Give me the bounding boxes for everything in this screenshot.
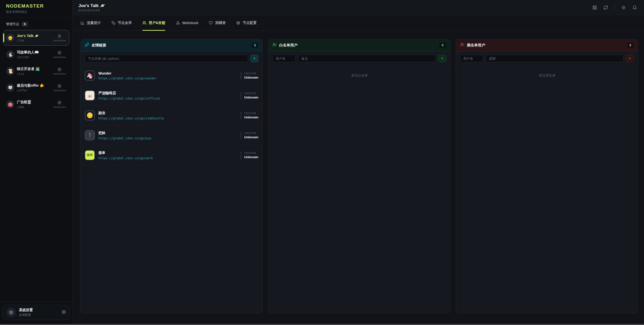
link-url[interactable]: https://global.v2ex.co/go/work [98,156,153,160]
webhook-icon [176,21,180,25]
links-count-badge: 5 [252,43,258,48]
tab-node-config[interactable]: 节点配置 [236,15,257,30]
node-slug: /isv [17,72,40,76]
link-url[interactable]: https://global.v2ex.co/go/sidehustle [98,117,164,120]
coins-icon [111,21,115,25]
creator-value: Unknown [244,136,258,139]
link-name: 把妹 [98,131,151,135]
node-title: 写故事的人📖 [17,50,39,55]
owner-name: JoeJoeJoe [53,39,66,42]
link-row[interactable]: 🕴 把妹 https://global.v2ex.co/go/pua CREAT… [81,125,262,145]
content-grid: 友情链接 5 + 🦄 Wunder https://global.v2ex.co… [72,31,644,324]
add-blacklist-button[interactable]: + [626,55,634,62]
whitelist-empty-state: 暂无白名单 [268,66,450,78]
gear-icon[interactable] [62,310,66,315]
bar-chart-icon [80,21,85,25]
creator-value: Unknown [244,96,258,99]
sidebar: NODEMASTER 版主管理控制台 管理节点 5 👴 Joe's Talk 🪐… [0,0,72,324]
sidebar-item-offer[interactable]: 🪧 裁员与新offer 🫵 /offer JoeJoeJoe [3,80,69,95]
node-text: 广告联盟 /ads [17,100,31,109]
add-link-button[interactable]: + [251,55,258,62]
add-whitelist-form: + [268,51,450,66]
add-whitelist-button[interactable]: + [438,55,446,62]
blacklist-list: 暂无黑名单 [456,66,638,313]
friend-links-list: 🦄 Wunder https://global.v2ex.co/go/wunde… [81,66,262,313]
link-row[interactable]: 🦄 Wunder https://global.v2ex.co/go/wunde… [81,66,262,86]
users-icon [142,21,146,25]
link-row[interactable]: 🪙 副业 https://global.v2ex.co/go/sidehustl… [81,106,262,125]
app-window: NODEMASTER 版主管理控制台 管理节点 5 👴 Joe's Talk 🪐… [0,0,644,324]
panel-title: 黑名单用户 [467,43,485,48]
blacklist-username-input[interactable] [460,55,483,62]
sidebar-item-isv[interactable]: 📜 独立开发者 👨‍💻 /isv JoeJoeJoe [3,63,69,79]
link-favicon: 接单 [85,150,95,160]
link-favicon: 🦄 [85,71,95,81]
blacklist-reason-input[interactable] [486,55,623,62]
node-owner: JoeJoeJoe [53,51,66,58]
node-text: Joe's Talk 🪐 /joe [17,34,39,42]
whitelist-header: 白名单用户 0 [268,39,450,51]
settings-title: 系统设置 [19,308,33,312]
link-favicon: ☕ [85,90,95,101]
link-url[interactable]: https://global.v2ex.co/go/pua [98,137,151,140]
owner-avatar-icon [57,101,62,105]
link-url[interactable]: https://global.v2ex.co/go/coffices [98,97,160,100]
system-settings-card[interactable]: 系统设置 全局配置 [3,305,70,320]
owner-avatar-icon [57,84,62,88]
tab-label: 节点配置 [243,21,257,25]
node-avatar: 🪧 [6,84,14,92]
link-row[interactable]: ☕ 严选咖啡店 https://global.v2ex.co/go/coffic… [81,86,262,106]
creator-block: CREATOR Unknown [241,132,258,139]
node-slug: /offer [17,89,44,92]
tab-traffic-stats[interactable]: 流量统计 [80,15,101,30]
node-title: 广告联盟 [17,100,31,105]
layout-grid-icon[interactable] [592,5,597,10]
topbar: Joe's Talk 🪐 DASHBOARD [72,0,644,15]
link-info: 接单 https://global.v2ex.co/go/work [98,151,153,160]
topbar-actions [592,5,637,10]
link-favicon: 🕴 [85,130,95,140]
creator-value: Unknown [244,155,258,159]
link-icon [85,43,89,48]
node-slug: /joe [17,39,39,42]
refresh-icon[interactable] [603,5,608,10]
link-node-name-input[interactable] [85,55,248,62]
tab-webhook[interactable]: WebHook [176,15,198,30]
sidebar-footer: 系统设置 全局配置 [0,302,72,324]
heart-icon [209,21,213,25]
sun-icon[interactable] [621,5,626,10]
sidebar-item-writer[interactable]: 🐇 写故事的人📖 /writer JoeJoeJoe [3,47,69,62]
page-title: Joe's Talk 🪐 [78,3,105,8]
user-x-icon [460,43,464,48]
creator-label: CREATOR [244,152,258,154]
whitelist-note-input[interactable] [298,55,436,62]
tab-node-vault[interactable]: 节点金库 [111,15,132,30]
creator-block: CREATOR Unknown [241,92,258,99]
tab-users-links[interactable]: 用户&友链 [142,15,165,30]
gear-icon [236,21,240,25]
whitelist-list: 暂无白名单 [268,66,450,313]
main-area: Joe's Talk 🪐 DASHBOARD [72,0,644,324]
link-name: 严选咖啡店 [98,91,160,95]
creator-block: CREATOR Unknown [241,152,258,159]
link-name: 接单 [98,151,153,155]
link-url[interactable]: https://global.v2ex.co/go/wunder [98,77,156,80]
owner-name: JoeJoeJoe [53,89,66,92]
bell-icon[interactable] [632,5,637,10]
link-name: 副业 [98,111,164,115]
sidebar-item-ads[interactable]: 👛 广告联盟 /ads JoeJoeJoe [3,96,69,112]
creator-label: CREATOR [244,112,258,115]
owner-name: JoeJoeJoe [53,56,66,58]
link-row[interactable]: 接单 接单 https://global.v2ex.co/go/work CRE… [81,145,262,165]
active-accent-bar [3,34,4,42]
link-info: 副业 https://global.v2ex.co/go/sidehustle [98,111,164,120]
friend-links-panel: 友情链接 5 + 🦄 Wunder https://global.v2ex.co… [80,39,263,313]
panel-title: 友情链接 [92,43,106,48]
link-favicon: 🪙 [85,110,95,120]
sidebar-item-joe[interactable]: 👴 Joe's Talk 🪐 /joe JoeJoeJoe [3,30,69,46]
tab-donors[interactable]: 捐赠者 [209,15,226,30]
creator-value: Unknown [244,76,258,79]
whitelist-username-input[interactable] [272,55,296,62]
creator-label: CREATOR [244,132,258,135]
node-count-badge: 5 [22,22,28,26]
